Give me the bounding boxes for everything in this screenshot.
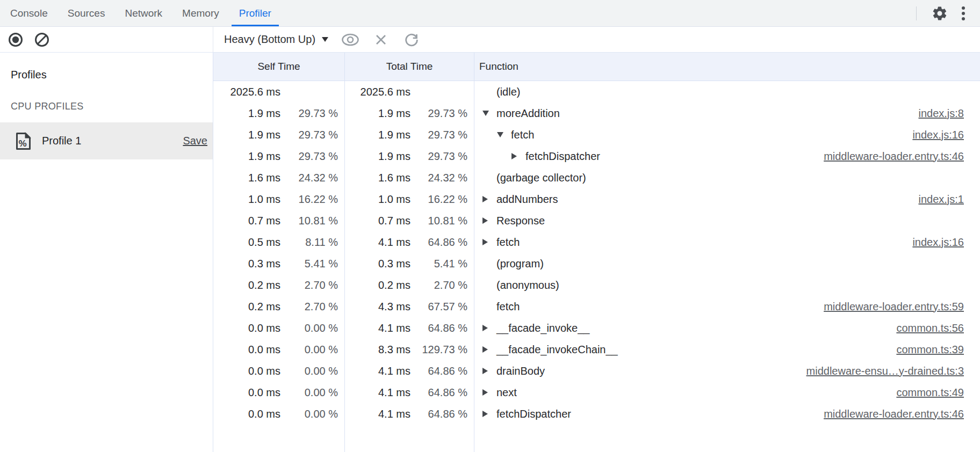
table-row[interactable]: 0.0 ms0.00 %4.1 ms64.86 %nextcommon.ts:4… xyxy=(213,382,980,403)
profiler-toolbar: Heavy (Bottom Up) xyxy=(0,27,980,53)
self-time-value: 0.0 ms xyxy=(213,387,280,399)
restore-all-button[interactable] xyxy=(403,31,420,48)
column-header-self-time[interactable]: Self Time xyxy=(213,53,345,81)
total-time-cell: 4.1 ms64.86 % xyxy=(345,360,474,382)
source-link[interactable]: index.js:8 xyxy=(908,107,964,120)
expand-arrow[interactable] xyxy=(511,153,525,159)
expand-arrow[interactable] xyxy=(482,411,496,417)
table-row[interactable]: 1.9 ms29.73 %1.9 ms29.73 %moreAdditionin… xyxy=(213,103,980,124)
function-cell: Response xyxy=(474,210,980,231)
self-time-cell: 1.9 ms29.73 % xyxy=(213,145,345,167)
sidebar-item-profile-1[interactable]: % Profile 1 Save xyxy=(0,122,213,159)
self-time-value: 0.2 ms xyxy=(213,301,280,313)
expand-arrow[interactable] xyxy=(482,325,496,331)
more-options-button[interactable] xyxy=(954,4,972,23)
function-cell: (idle) xyxy=(474,81,980,103)
column-header-function[interactable]: Function xyxy=(474,53,980,81)
expand-arrow[interactable] xyxy=(482,239,496,245)
triangle-right-icon xyxy=(482,368,488,374)
clear-icon xyxy=(34,32,49,47)
table-row[interactable]: 0.0 ms0.00 %4.1 ms64.86 %fetchDispatcher… xyxy=(213,403,980,425)
source-link[interactable]: index.js:16 xyxy=(902,129,964,141)
total-time-cell: 1.6 ms24.32 % xyxy=(345,167,474,188)
total-time-percent: 29.73 % xyxy=(410,129,474,141)
function-cell: fetchmiddleware-loader.entry.ts:59 xyxy=(474,296,980,317)
tabs-container: ConsoleSourcesNetworkMemoryProfiler xyxy=(3,0,284,26)
expand-arrow[interactable] xyxy=(482,346,496,353)
record-button[interactable] xyxy=(8,32,23,47)
function-name: drainBody xyxy=(496,365,545,377)
source-link[interactable]: index.js:1 xyxy=(908,193,964,206)
source-link[interactable]: middleware-loader.entry.ts:59 xyxy=(813,301,964,313)
view-mode-label: Heavy (Bottom Up) xyxy=(224,33,315,46)
expand-arrow[interactable] xyxy=(482,389,496,396)
function-name: (program) xyxy=(496,258,544,270)
clear-button[interactable] xyxy=(34,32,49,47)
tabbar-right-controls xyxy=(916,0,980,26)
triangle-down-icon xyxy=(497,132,503,137)
gear-icon xyxy=(932,5,948,21)
total-time-value: 8.3 ms xyxy=(345,344,410,356)
save-profile-link[interactable]: Save xyxy=(183,135,207,147)
table-row[interactable]: 0.0 ms0.00 %4.1 ms64.86 %__facade_invoke… xyxy=(213,317,980,339)
grid-header: Self Time Total Time Function xyxy=(213,53,980,81)
table-row[interactable]: 1.9 ms29.73 %1.9 ms29.73 %fetchDispatche… xyxy=(213,145,980,167)
self-time-value: 1.0 ms xyxy=(213,193,280,206)
profiler-toolbar-left xyxy=(0,27,213,52)
table-row[interactable]: 0.2 ms2.70 %4.3 ms67.57 %fetchmiddleware… xyxy=(213,296,980,317)
table-row[interactable]: 1.9 ms29.73 %1.9 ms29.73 %fetchindex.js:… xyxy=(213,124,980,145)
self-time-value: 0.0 ms xyxy=(213,365,280,377)
table-row[interactable]: 0.5 ms8.11 %4.1 ms64.86 %fetchindex.js:1… xyxy=(213,231,980,253)
exclude-selected-button[interactable] xyxy=(372,31,390,48)
source-link[interactable]: common.ts:56 xyxy=(885,322,964,334)
self-time-cell: 0.0 ms0.00 % xyxy=(213,382,345,403)
table-row[interactable]: 2025.6 ms2025.6 ms(idle) xyxy=(213,81,980,103)
expand-arrow[interactable] xyxy=(482,368,496,374)
expand-arrow[interactable] xyxy=(482,111,496,116)
tab-memory[interactable]: Memory xyxy=(175,0,227,26)
source-link[interactable]: middleware-ensu…y-drained.ts:3 xyxy=(796,365,964,377)
source-link[interactable]: common.ts:39 xyxy=(885,344,964,356)
self-time-value: 0.7 ms xyxy=(213,215,280,227)
total-time-cell: 4.1 ms64.86 % xyxy=(345,382,474,403)
table-row[interactable]: 0.7 ms10.81 %0.7 ms10.81 %Response xyxy=(213,210,980,231)
grid-body: 2025.6 ms2025.6 ms(idle)1.9 ms29.73 %1.9… xyxy=(213,81,980,452)
source-link[interactable]: middleware-loader.entry.ts:46 xyxy=(813,408,964,420)
table-row[interactable]: 1.6 ms24.32 %1.6 ms24.32 %(garbage colle… xyxy=(213,167,980,188)
table-row[interactable]: 0.0 ms0.00 %8.3 ms129.73 %__facade_invok… xyxy=(213,339,980,360)
tab-sources[interactable]: Sources xyxy=(60,0,113,26)
settings-button[interactable] xyxy=(931,4,949,23)
self-time-value: 2025.6 ms xyxy=(213,86,280,98)
tab-network[interactable]: Network xyxy=(117,0,170,26)
profile-name: Profile 1 xyxy=(42,135,183,147)
expand-arrow[interactable] xyxy=(482,196,496,202)
self-time-cell: 1.9 ms29.73 % xyxy=(213,124,345,145)
function-cell: (anonymous) xyxy=(474,274,980,296)
source-link[interactable]: common.ts:49 xyxy=(885,387,964,399)
self-time-value: 0.3 ms xyxy=(213,258,280,270)
view-mode-dropdown[interactable]: Heavy (Bottom Up) xyxy=(224,33,328,46)
table-row[interactable]: 0.0 ms0.00 %4.1 ms64.86 %drainBodymiddle… xyxy=(213,360,980,382)
function-name: (idle) xyxy=(496,86,520,98)
source-link[interactable]: middleware-loader.entry.ts:46 xyxy=(813,150,964,163)
expand-arrow[interactable] xyxy=(497,132,511,137)
function-name: (anonymous) xyxy=(496,279,559,291)
column-header-total-time[interactable]: Total Time xyxy=(345,53,474,81)
expand-arrow[interactable] xyxy=(482,217,496,224)
tab-profiler[interactable]: Profiler xyxy=(232,0,279,26)
self-time-cell: 0.3 ms5.41 % xyxy=(213,253,345,274)
tab-console[interactable]: Console xyxy=(3,0,55,26)
total-time-percent: 10.81 % xyxy=(410,215,474,227)
self-time-percent: 5.41 % xyxy=(280,258,344,270)
function-name: fetch xyxy=(496,236,520,249)
table-row[interactable]: 1.0 ms16.22 %1.0 ms16.22 %addNumbersinde… xyxy=(213,188,980,210)
total-time-value: 1.0 ms xyxy=(345,193,410,206)
table-row[interactable]: 0.2 ms2.70 %0.2 ms2.70 %(anonymous) xyxy=(213,274,980,296)
focus-selected-button[interactable] xyxy=(342,31,359,48)
table-row[interactable]: 0.3 ms5.41 %0.3 ms5.41 %(program) xyxy=(213,253,980,274)
source-link[interactable]: index.js:16 xyxy=(902,236,964,249)
function-cell: addNumbersindex.js:1 xyxy=(474,188,980,210)
total-time-value: 0.7 ms xyxy=(345,215,410,227)
self-time-cell: 0.0 ms0.00 % xyxy=(213,317,345,339)
total-time-value: 4.1 ms xyxy=(345,322,410,334)
